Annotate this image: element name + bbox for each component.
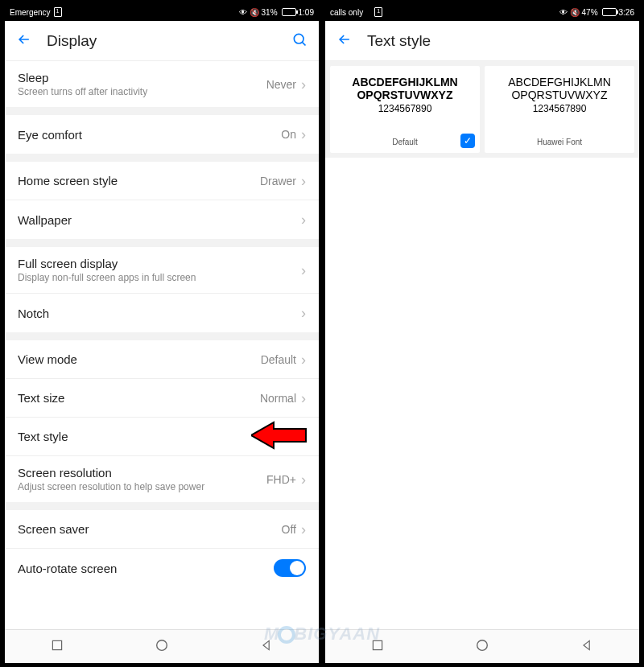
font-name-label: Default bbox=[392, 138, 418, 146]
chevron-right-icon: › bbox=[301, 472, 306, 487]
settings-item-home-screen-style[interactable]: Home screen styleDrawer› bbox=[5, 162, 319, 200]
svg-point-3 bbox=[157, 640, 167, 650]
chevron-right-icon: › bbox=[301, 263, 306, 278]
item-title: Eye comfort bbox=[18, 128, 82, 142]
chevron-right-icon: › bbox=[301, 391, 306, 406]
item-value: Default bbox=[261, 353, 296, 366]
item-title: View mode bbox=[18, 352, 77, 366]
back-button[interactable] bbox=[16, 31, 32, 51]
svg-point-5 bbox=[477, 640, 488, 650]
font-sample-line2: OPQRSTUVWXYZ bbox=[511, 89, 607, 101]
item-title: Full screen display bbox=[18, 257, 196, 270]
settings-group: Home screen styleDrawer›Wallpaper› bbox=[5, 162, 319, 239]
settings-item-auto-rotate-screen[interactable]: Auto-rotate screen bbox=[5, 549, 319, 587]
clock-label: 3:26 bbox=[619, 8, 634, 17]
font-card-row: ABCDEFGHIJKLMNOPQRSTUVWXYZ1234567890Defa… bbox=[325, 61, 639, 158]
annotation-arrow-icon bbox=[251, 421, 308, 453]
header: Text style bbox=[325, 21, 639, 61]
svg-point-0 bbox=[294, 34, 303, 43]
settings-group: Eye comfortOn› bbox=[5, 115, 319, 154]
battery-icon bbox=[602, 8, 617, 16]
item-value: Off bbox=[282, 523, 296, 536]
settings-item-sleep[interactable]: SleepScreen turns off after inactivityNe… bbox=[5, 61, 319, 107]
item-value: Normal bbox=[260, 392, 296, 405]
selected-check-icon: ✓ bbox=[460, 134, 475, 148]
chevron-right-icon: › bbox=[301, 212, 306, 227]
font-card-huawei-font[interactable]: ABCDEFGHIJKLMNOPQRSTUVWXYZ1234567890Huaw… bbox=[485, 66, 634, 153]
nav-recent-icon[interactable] bbox=[371, 639, 384, 655]
nav-bar bbox=[325, 629, 639, 663]
page-title: Text style bbox=[367, 32, 628, 50]
settings-group: SleepScreen turns off after inactivityNe… bbox=[5, 61, 319, 107]
phone-screen-textstyle: calls only 👁 🔇 47% 3:26 Text style ABCDE… bbox=[325, 3, 639, 663]
sim-icon bbox=[374, 7, 382, 17]
settings-item-screen-resolution[interactable]: Screen resolutionAdjust screen resolutio… bbox=[5, 456, 319, 502]
nav-home-icon[interactable] bbox=[155, 638, 169, 656]
chevron-right-icon: › bbox=[301, 127, 306, 142]
item-title: Home screen style bbox=[18, 174, 118, 187]
battery-icon bbox=[282, 8, 296, 16]
settings-group: View modeDefault›Text sizeNormal›Text st… bbox=[5, 340, 319, 502]
item-title: Wallpaper bbox=[18, 213, 72, 227]
chevron-right-icon: › bbox=[301, 352, 306, 367]
settings-item-text-style[interactable]: Text style bbox=[5, 418, 319, 456]
settings-list: SleepScreen turns off after inactivityNe… bbox=[5, 61, 319, 587]
item-value: FHD+ bbox=[266, 473, 296, 486]
search-icon[interactable] bbox=[291, 31, 308, 51]
nav-back-icon[interactable] bbox=[260, 639, 273, 655]
mute-icon: 🔇 bbox=[250, 8, 259, 17]
item-value: Never bbox=[266, 78, 296, 91]
item-title: Screen saver bbox=[18, 522, 89, 536]
chevron-right-icon: › bbox=[301, 306, 306, 320]
back-button[interactable] bbox=[336, 31, 353, 51]
sim-icon bbox=[54, 7, 62, 17]
font-sample-numbers: 1234567890 bbox=[378, 103, 432, 114]
toggle-switch[interactable] bbox=[274, 559, 306, 577]
item-subtitle: Screen turns off after inactivity bbox=[18, 86, 147, 97]
settings-item-wallpaper[interactable]: Wallpaper› bbox=[5, 200, 319, 239]
item-title: Notch bbox=[18, 307, 49, 320]
item-title: Text style bbox=[18, 430, 68, 443]
status-network-label: calls only bbox=[330, 8, 363, 17]
eye-comfort-icon: 👁 bbox=[559, 8, 568, 17]
chevron-right-icon: › bbox=[301, 174, 306, 188]
nav-recent-icon[interactable] bbox=[51, 639, 64, 655]
settings-item-screen-saver[interactable]: Screen saverOff› bbox=[5, 510, 319, 549]
item-title: Auto-rotate screen bbox=[18, 562, 117, 575]
battery-label: 31% bbox=[262, 8, 278, 17]
item-subtitle: Display non-full screen apps in full scr… bbox=[18, 272, 196, 283]
item-value: On bbox=[281, 128, 296, 141]
settings-group: Screen saverOff›Auto-rotate screen bbox=[5, 510, 319, 587]
nav-back-icon[interactable] bbox=[580, 639, 593, 655]
svg-rect-4 bbox=[373, 640, 382, 649]
status-bar: calls only 👁 🔇 47% 3:26 bbox=[325, 3, 639, 21]
item-title: Sleep bbox=[18, 71, 147, 84]
mute-icon: 🔇 bbox=[570, 8, 580, 17]
nav-bar bbox=[5, 629, 319, 663]
eye-comfort-icon: 👁 bbox=[239, 8, 247, 17]
nav-home-icon[interactable] bbox=[475, 638, 489, 656]
item-title: Screen resolution bbox=[18, 466, 204, 480]
phone-screen-display: Emergency 👁 🔇 31% 1:09 Display SleepScre… bbox=[5, 3, 319, 663]
status-network-label: Emergency bbox=[10, 8, 51, 17]
item-value: Drawer bbox=[260, 175, 296, 187]
font-sample-line1: ABCDEFGHIJKLMN bbox=[508, 76, 611, 89]
header: Display bbox=[5, 21, 319, 61]
chevron-right-icon: › bbox=[301, 77, 306, 92]
font-sample-line2: OPQRSTUVWXYZ bbox=[357, 89, 452, 101]
settings-item-notch[interactable]: Notch› bbox=[5, 294, 319, 332]
settings-item-text-size[interactable]: Text sizeNormal› bbox=[5, 379, 319, 418]
font-sample-numbers: 1234567890 bbox=[533, 103, 587, 114]
svg-marker-1 bbox=[251, 422, 306, 448]
item-subtitle: Adjust screen resolution to help save po… bbox=[18, 481, 204, 492]
item-title: Text size bbox=[18, 391, 64, 405]
font-name-label: Huawei Font bbox=[537, 138, 582, 146]
settings-item-full-screen-display[interactable]: Full screen displayDisplay non-full scre… bbox=[5, 247, 319, 294]
svg-rect-2 bbox=[52, 640, 61, 649]
settings-group: Full screen displayDisplay non-full scre… bbox=[5, 247, 319, 332]
settings-item-view-mode[interactable]: View modeDefault› bbox=[5, 340, 319, 379]
chevron-right-icon: › bbox=[301, 522, 306, 537]
settings-item-eye-comfort[interactable]: Eye comfortOn› bbox=[5, 115, 319, 154]
font-sample-line1: ABCDEFGHIJKLMN bbox=[352, 76, 457, 89]
font-card-default[interactable]: ABCDEFGHIJKLMNOPQRSTUVWXYZ1234567890Defa… bbox=[330, 66, 480, 153]
